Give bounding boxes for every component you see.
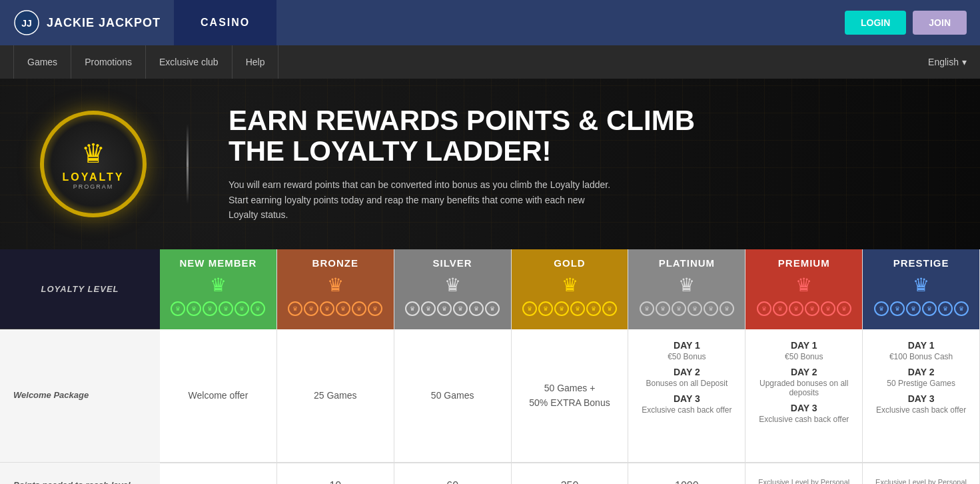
tier-platinum-points-value: 1000 [675, 480, 699, 484]
welcome-package-label-cell: Welcome Package [0, 329, 160, 463]
tier-prestige-day1-label: DAY 1 [889, 340, 953, 351]
tier-icon: ♛ [352, 301, 366, 316]
badge-subtitle: PROGRAM [73, 183, 114, 190]
tier-silver-crown: ♛ [444, 274, 461, 296]
tier-premium-crown: ♛ [795, 274, 812, 296]
tier-icon: ♛ [922, 301, 937, 316]
tier-icon: ♛ [720, 301, 734, 316]
tier-icon: ♛ [656, 301, 670, 316]
tier-bronze-welcome-text: 25 Games [314, 388, 357, 403]
tier-prestige-day3-detail: Exclusive cash back offer [876, 405, 966, 415]
tier-prestige-icons: ♛ ♛ ♛ ♛ ♛ ♛ [874, 301, 969, 316]
loyalty-table: LOYALTY LEVEL Welcome Package Points nee… [0, 249, 980, 484]
tier-bronze-header: BRONZE ♛ ♛ ♛ ♛ ♛ ♛ ♛ [277, 249, 394, 329]
tier-icon: ♛ [469, 301, 484, 316]
tier-platinum-name: PLATINUM [659, 257, 715, 269]
login-button[interactable]: LOGIN [845, 11, 906, 35]
tier-platinum-day3-detail: Exclusive cash back offer [642, 405, 732, 415]
tier-platinum-day1-label: DAY 1 [668, 340, 706, 351]
casino-tab[interactable]: CASINO [174, 0, 276, 45]
tier-icon: ♛ [938, 301, 953, 316]
loyalty-level-header: LOYALTY LEVEL [0, 249, 160, 329]
points-label-cell: Points needed to reach level [0, 463, 160, 484]
nav-item-exclusive[interactable]: Exclusive club [146, 45, 233, 79]
tier-new-member-welcome: Welcome offer [160, 329, 276, 463]
nav-item-help[interactable]: Help [233, 45, 279, 79]
tier-prestige-header: PRESTIGE ♛ ♛ ♛ ♛ ♛ ♛ ♛ [863, 249, 979, 329]
tier-icon: ♛ [171, 301, 185, 316]
tier-platinum-header: PLATINUM ♛ ♛ ♛ ♛ ♛ ♛ ♛ [628, 249, 745, 329]
tier-icon: ♛ [554, 301, 569, 316]
tier-icon: ♛ [304, 301, 318, 316]
tier-prestige-points: Exclusive Level by Personal Invitation [863, 463, 979, 484]
tier-silver: SILVER ♛ ♛ ♛ ♛ ♛ ♛ ♛ 50 Games 60 [394, 249, 512, 484]
tier-icon: ♛ [672, 301, 686, 316]
tier-platinum-day2-label: DAY 2 [646, 367, 728, 377]
tier-platinum-day3-label: DAY 3 [642, 393, 732, 404]
tier-icon: ♛ [336, 301, 350, 316]
nav-item-games[interactable]: Games [13, 45, 71, 79]
label-column: LOYALTY LEVEL Welcome Package Points nee… [0, 249, 160, 484]
join-button[interactable]: JOIN [913, 11, 967, 35]
language-selector[interactable]: English ▾ [928, 57, 967, 67]
tier-prestige-day2-label: DAY 2 [887, 367, 955, 377]
tier-icon: ♛ [821, 301, 835, 316]
nav-item-promotions[interactable]: Promotions [71, 45, 146, 79]
tier-icon: ♛ [421, 301, 436, 316]
tier-prestige-day2-detail: 50 Prestige Games [887, 379, 955, 388]
logo-icon: JJ [13, 9, 40, 36]
tier-icon: ♛ [570, 301, 585, 316]
tier-bronze: BRONZE ♛ ♛ ♛ ♛ ♛ ♛ ♛ 25 Games 10 [277, 249, 394, 484]
tier-premium-icons: ♛ ♛ ♛ ♛ ♛ ♛ [757, 301, 851, 316]
tier-icon: ♛ [602, 301, 617, 316]
tier-new-member: NEW MEMBER ♛ ♛ ♛ ♛ ♛ ♛ ♛ Welcome offer — [160, 249, 277, 484]
tier-premium-day2-label: DAY 2 [752, 367, 855, 377]
tier-prestige-day2: DAY 2 50 Prestige Games [887, 367, 955, 393]
tier-gold-points-value: 350 [561, 480, 579, 484]
chevron-down-icon: ▾ [962, 57, 967, 67]
hero-divider [187, 124, 189, 204]
tiers-container: NEW MEMBER ♛ ♛ ♛ ♛ ♛ ♛ ♛ Welcome offer — [160, 249, 980, 484]
tier-gold: GOLD ♛ ♛ ♛ ♛ ♛ ♛ ♛ 50 Games +50% EXTRA B… [512, 249, 629, 484]
hero-text: EARN REWARDS POINTS & CLIMBTHE LOYALTY L… [229, 105, 695, 223]
tier-premium-day3-label: DAY 3 [759, 403, 849, 413]
tier-gold-points: 350 [512, 463, 628, 484]
tier-platinum-day1: DAY 1 €50 Bonus [668, 340, 706, 367]
tier-prestige: PRESTIGE ♛ ♛ ♛ ♛ ♛ ♛ ♛ DAY 1 €100 Bonus … [863, 249, 980, 484]
tier-icon: ♛ [320, 301, 334, 316]
tier-bronze-crown: ♛ [327, 274, 344, 296]
tier-icon: ♛ [789, 301, 803, 316]
tier-icon: ♛ [704, 301, 718, 316]
hero-banner: ♛ LOYALTY PROGRAM EARN REWARDS POINTS & … [0, 79, 980, 249]
tier-icon: ♛ [250, 301, 265, 316]
header-buttons: LOGIN JOIN [845, 11, 967, 35]
tier-icon: ♛ [890, 301, 905, 316]
tier-premium-points: Exclusive Level by Personal Invitation [745, 463, 862, 484]
tier-bronze-welcome: 25 Games [277, 329, 394, 463]
tier-platinum: PLATINUM ♛ ♛ ♛ ♛ ♛ ♛ ♛ DAY 1 €50 Bonus D… [628, 249, 745, 484]
tier-premium-name: PREMIUM [778, 257, 830, 269]
tier-premium-header: PREMIUM ♛ ♛ ♛ ♛ ♛ ♛ ♛ [745, 249, 862, 329]
tier-new-member-name: NEW MEMBER [180, 257, 257, 269]
tier-premium: PREMIUM ♛ ♛ ♛ ♛ ♛ ♛ ♛ DAY 1 €50 Bonus DA… [745, 249, 863, 484]
tier-icon: ♛ [757, 301, 771, 316]
tier-premium-day3-detail: Exclusive cash back offer [759, 415, 849, 424]
tier-bronze-icons: ♛ ♛ ♛ ♛ ♛ ♛ [288, 301, 382, 316]
tier-platinum-day1-detail: €50 Bonus [668, 352, 706, 361]
tier-prestige-points-value: Exclusive Level by Personal Invitation [869, 478, 973, 484]
tier-bronze-name: BRONZE [312, 257, 358, 269]
tier-silver-header: SILVER ♛ ♛ ♛ ♛ ♛ ♛ ♛ [394, 249, 511, 329]
tier-gold-header: GOLD ♛ ♛ ♛ ♛ ♛ ♛ ♛ [512, 249, 628, 329]
tier-premium-day1-detail: €50 Bonus [785, 352, 823, 361]
tier-silver-name: SILVER [433, 257, 472, 269]
tier-icon: ♛ [485, 301, 500, 316]
nav: Games Promotions Exclusive club Help Eng… [0, 45, 980, 79]
tier-platinum-crown: ♛ [678, 274, 695, 296]
tier-new-member-welcome-text: Welcome offer [189, 388, 248, 403]
svg-text:JJ: JJ [21, 18, 32, 29]
tier-silver-points: 60 [394, 463, 511, 484]
header: JJ JACKIE JACKPOT CASINO LOGIN JOIN [0, 0, 980, 45]
tier-icon: ♛ [874, 301, 889, 316]
tier-icon: ♛ [954, 301, 969, 316]
tier-premium-day2: DAY 2 Upgraded bonuses on all deposits [752, 367, 855, 403]
